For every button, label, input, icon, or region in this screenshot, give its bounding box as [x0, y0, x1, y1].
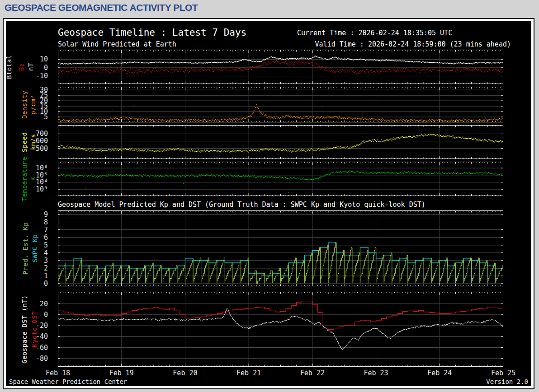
ytick-bfield-0: 0	[21, 64, 48, 72]
ytick-dst-60: -60	[21, 344, 48, 352]
panel-kp-plot	[58, 210, 503, 286]
ytick-density-5: 5	[21, 113, 48, 121]
series-bz	[58, 60, 503, 74]
ytick-dst-0: 0	[21, 311, 48, 319]
panel-speed-plot	[58, 125, 503, 159]
axis-label-btotal: Btotal	[5, 50, 13, 84]
plot-canvas: Geospace Timeline : Latest 7 Days Curren…	[6, 21, 531, 386]
panel-dst-plot	[58, 292, 503, 367]
ytick-bfield-10: 10	[21, 55, 48, 63]
page-title: GEOSPACE GEOMAGNETIC ACTIVITY PLOT	[5, 2, 198, 13]
panel-density-plot	[58, 87, 503, 122]
panel-temperature-plot	[58, 162, 503, 196]
footer-version: Version 2.0	[486, 378, 528, 385]
plot-frame: Geospace Timeline : Latest 7 Days Curren…	[3, 18, 534, 389]
ytick-kp-7: 7	[21, 226, 48, 234]
ytick-bfield-10: -10	[21, 72, 48, 80]
series-btotal	[58, 56, 503, 65]
ytick-temperature-10: 10³	[21, 185, 48, 193]
ytick-kp-2: 2	[21, 264, 48, 272]
ytick-kp-1: 1	[21, 272, 48, 280]
ytick-kp-9: 9	[21, 210, 48, 219]
ytick-kp-8: 8	[21, 218, 48, 226]
ytick-speed-500: 500	[21, 145, 48, 153]
ytick-kp-0: 0	[21, 280, 48, 288]
panel-bfield-plot	[58, 50, 503, 84]
series-density	[58, 104, 503, 122]
panels-layer: BtotalBznT100-10Densityp/cm³30252015105S…	[6, 21, 531, 386]
ytick-kp-6: 6	[21, 233, 48, 242]
ytick-dst-20: 20	[21, 300, 48, 308]
series-pred-est-kp-high	[319, 243, 376, 255]
ytick-kp-5: 5	[21, 241, 48, 249]
series-kyoto-dst	[58, 301, 503, 330]
ytick-dst-80: -80	[21, 355, 48, 363]
ytick-kp-3: 3	[21, 257, 48, 265]
ytick-dst-20: -20	[21, 322, 48, 330]
ytick-dst-40: -40	[21, 332, 48, 341]
ytick-kp-4: 4	[21, 249, 48, 257]
footer-source: Space Weather Prediction Center	[9, 378, 127, 385]
series-speed	[58, 134, 503, 153]
